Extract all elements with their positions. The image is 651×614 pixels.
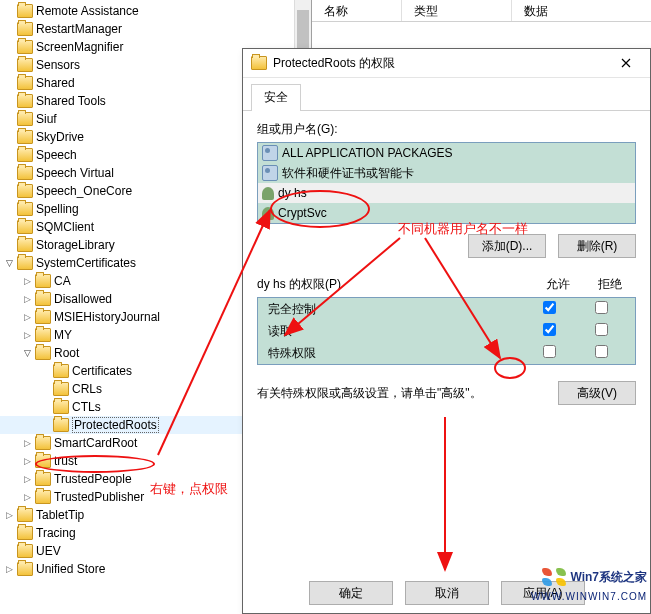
tree-item-label: SkyDrive <box>36 130 84 144</box>
permission-name: 完全控制 <box>268 301 523 318</box>
tree-item-restartmanager[interactable]: RestartManager <box>0 20 311 38</box>
column-data[interactable]: 数据 <box>512 0 651 21</box>
cancel-button[interactable]: 取消 <box>405 581 489 605</box>
tree-item-label: CA <box>54 274 71 288</box>
tree-item-label: SystemCertificates <box>36 256 136 270</box>
permission-row: 特殊权限 <box>258 342 635 364</box>
folder-icon <box>17 148 33 162</box>
folder-icon <box>35 346 51 360</box>
column-deny: 拒绝 <box>584 276 636 293</box>
folder-icon <box>17 256 33 270</box>
tree-item-label: Speech <box>36 148 77 162</box>
folder-icon <box>17 184 33 198</box>
tree-item-label: CRLs <box>72 382 102 396</box>
deny-checkbox[interactable] <box>595 323 608 336</box>
allow-checkbox[interactable] <box>543 345 556 358</box>
remove-button[interactable]: 删除(R) <box>558 234 636 258</box>
dialog-body: 组或用户名(G): ALL APPLICATION PACKAGES软件和硬件证… <box>243 111 650 413</box>
tree-expander-icon[interactable] <box>22 438 33 449</box>
tree-item-label: Sensors <box>36 58 80 72</box>
windows-logo-icon <box>542 568 566 586</box>
deny-checkbox[interactable] <box>595 345 608 358</box>
tree-expander-icon[interactable] <box>22 330 33 341</box>
allow-checkbox[interactable] <box>543 301 556 314</box>
folder-icon <box>53 400 69 414</box>
tree-expander-icon[interactable] <box>22 456 33 467</box>
tree-item-label: TrustedPeople <box>54 472 132 486</box>
folder-icon <box>53 382 69 396</box>
permission-row: 完全控制 <box>258 298 635 320</box>
dialog-titlebar[interactable]: ProtectedRoots 的权限 <box>243 49 650 78</box>
folder-icon <box>17 202 33 216</box>
tree-item-label: Siuf <box>36 112 57 126</box>
folder-icon <box>17 526 33 540</box>
person-icon <box>262 207 274 220</box>
folder-icon <box>17 166 33 180</box>
tree-expander-icon[interactable] <box>4 258 15 269</box>
folder-icon <box>17 4 33 18</box>
folder-icon <box>17 130 33 144</box>
tree-item-label: Root <box>54 346 79 360</box>
principals-listbox[interactable]: ALL APPLICATION PACKAGES软件和硬件证书或智能卡dy hs… <box>257 142 636 224</box>
tree-item-label: Speech_OneCore <box>36 184 132 198</box>
users-group-icon <box>262 165 278 181</box>
folder-icon <box>53 364 69 378</box>
tree-item-label: SmartCardRoot <box>54 436 137 450</box>
tree-item-remote-assistance[interactable]: Remote Assistance <box>0 2 311 20</box>
folder-icon <box>17 40 33 54</box>
permissions-list: 完全控制读取特殊权限 <box>257 297 636 365</box>
tree-item-label: Shared Tools <box>36 94 106 108</box>
principal-name: dy hs <box>278 186 307 200</box>
folder-icon <box>35 292 51 306</box>
tree-item-label: Tracing <box>36 526 76 540</box>
folder-icon <box>35 454 51 468</box>
permissions-for-label: dy hs 的权限(P) <box>257 276 532 293</box>
tree-item-label: Remote Assistance <box>36 4 139 18</box>
column-name[interactable]: 名称 <box>312 0 402 21</box>
tree-item-label: Spelling <box>36 202 79 216</box>
folder-icon <box>35 310 51 324</box>
folder-icon <box>53 418 69 432</box>
folder-icon <box>35 274 51 288</box>
tree-item-label: CTLs <box>72 400 101 414</box>
principal-name: 软件和硬件证书或智能卡 <box>282 165 414 182</box>
principal-item[interactable]: dy hs <box>258 183 635 203</box>
tab-security[interactable]: 安全 <box>251 84 301 111</box>
tree-item-label: Unified Store <box>36 562 105 576</box>
permission-name: 读取 <box>268 323 523 340</box>
tree-item-label: Disallowed <box>54 292 112 306</box>
folder-icon <box>35 490 51 504</box>
folder-icon <box>17 508 33 522</box>
dialog-title: ProtectedRoots 的权限 <box>273 55 606 72</box>
tree-expander-icon[interactable] <box>22 294 33 305</box>
folder-icon <box>17 238 33 252</box>
tree-item-label: ScreenMagnifier <box>36 40 123 54</box>
close-icon <box>621 58 631 68</box>
principal-item[interactable]: 软件和硬件证书或智能卡 <box>258 163 635 183</box>
watermark: Win7系统之家 <box>542 568 647 586</box>
column-type[interactable]: 类型 <box>402 0 512 21</box>
tree-expander-icon[interactable] <box>22 276 33 287</box>
tree-item-label: MSIEHistoryJournal <box>54 310 160 324</box>
person-icon <box>262 187 274 200</box>
tree-expander-icon[interactable] <box>22 348 33 359</box>
tree-expander-icon[interactable] <box>22 312 33 323</box>
tree-expander-icon[interactable] <box>4 564 15 575</box>
allow-checkbox[interactable] <box>543 323 556 336</box>
tree-expander-icon[interactable] <box>22 474 33 485</box>
tree-expander-icon[interactable] <box>4 510 15 521</box>
tree-item-label: StorageLibrary <box>36 238 115 252</box>
watermark-brand: Win7系统之家 <box>570 569 647 586</box>
tree-item-label: Certificates <box>72 364 132 378</box>
users-group-icon <box>262 145 278 161</box>
principal-item[interactable]: ALL APPLICATION PACKAGES <box>258 143 635 163</box>
close-button[interactable] <box>606 49 646 78</box>
folder-icon <box>17 22 33 36</box>
permissions-dialog: ProtectedRoots 的权限 安全 组或用户名(G): ALL APPL… <box>242 48 651 614</box>
permission-name: 特殊权限 <box>268 345 523 362</box>
tree-expander-icon[interactable] <box>22 492 33 503</box>
folder-icon <box>17 58 33 72</box>
ok-button[interactable]: 确定 <box>309 581 393 605</box>
deny-checkbox[interactable] <box>595 301 608 314</box>
advanced-button[interactable]: 高级(V) <box>558 381 636 405</box>
